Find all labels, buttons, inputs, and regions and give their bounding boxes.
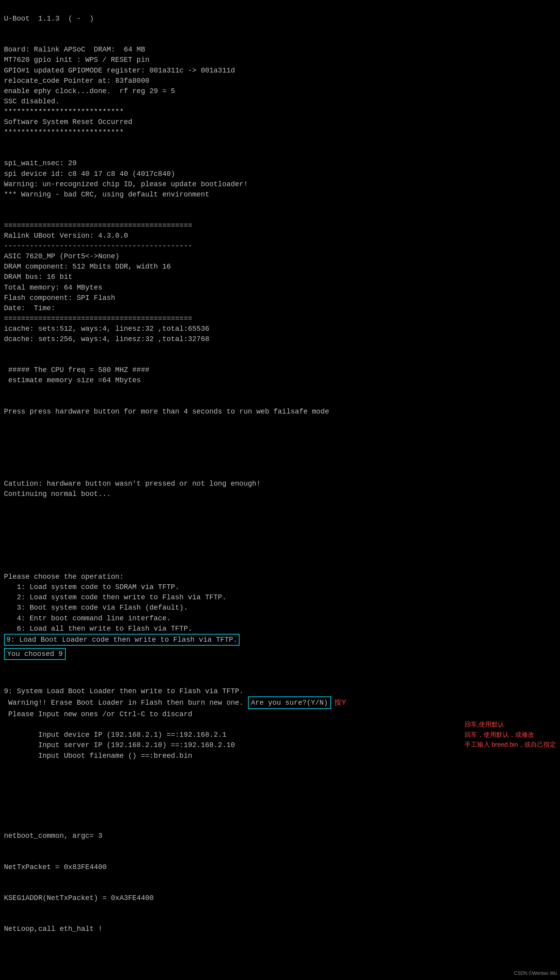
you-choosed-label: You choosed 9: [4, 648, 66, 660]
line-ssc: SSC disabled.: [4, 97, 59, 105]
line-stars2: ****************************: [4, 128, 124, 136]
line-spi-wait: spi_wait_nsec: 29: [4, 159, 77, 167]
line-uboot: U-Boot 1.1.3 ( - ): [4, 15, 94, 23]
line-dram-bus: DRAM bus: 16 bit: [4, 273, 72, 281]
input-device-ip-line: Input device IP (192.168.2.1) ==:192.168…: [4, 731, 227, 739]
line-warning-crc: *** Warning - bad CRC, using default env…: [4, 191, 209, 198]
line-warning-chip: Warning: un-recognized chip ID, please u…: [4, 180, 248, 188]
line-flash-component: Flash component: SPI Flash: [4, 294, 115, 302]
line-relocate: relocate_code Pointer at: 83fa8000: [4, 77, 149, 85]
line-cpu-freq: ##### The CPU freq = 580 MHZ ####: [4, 366, 149, 374]
line-mt7620: MT7620 gpio init : WPS / RESET pin: [4, 56, 149, 64]
post-choice-section: 9: System Load Boot Loader then write to…: [4, 676, 556, 719]
netloop-line: NetLoop,call eth_halt !: [4, 925, 102, 933]
line-date: Date: Time:: [4, 304, 55, 312]
line-dashes1: ----------------------------------------…: [4, 242, 192, 250]
line-press-hardware: Press press hardware button for more tha…: [4, 408, 329, 416]
line-op-7: 6: Load all then write to Flash via TFTP…: [4, 625, 192, 633]
input-lines-section: Input device IP (192.168.2.1) ==:192.168…: [4, 719, 556, 792]
line-ephy: enable ephy clock...done. rf reg 29 = 5: [4, 87, 175, 95]
terminal-output: U-Boot 1.1.3 ( - ) Board: Ralink APSoC D…: [4, 3, 556, 634]
input-uboot-filename-line: Input Uboot filename () ==:breed.bin: [4, 752, 192, 760]
warning-line: Warning!! Erase Boot Loader in Flash the…: [4, 699, 346, 707]
annotation-block: 回车,使用默认 回车，使用默认，或修改 手工输入 breed.bin，或自己指定: [465, 719, 556, 750]
line-estimate-memory: estimate memory size =64 Mbytes: [4, 376, 141, 384]
are-you-sure-box: Are you sure?(Y/N): [248, 696, 331, 709]
line-dcache: dcache: sets:256, ways:4, linesz:32 ,tot…: [4, 335, 209, 343]
input-server-ip-line: Input server IP (192.168.2.10) ==:192.16…: [4, 741, 235, 749]
line-board: Board: Ralink APSoC DRAM: 64 MB: [4, 46, 145, 53]
annotation-line2: 回车，使用默认，或修改: [465, 731, 534, 738]
annotation-line3: 手工输入 breed.bin，或自己指定: [465, 741, 556, 748]
line-op-1: Please choose the operation:: [4, 573, 124, 581]
section-title-line: 9: System Load Boot Loader then write to…: [4, 687, 244, 695]
line-asic: ASIC 7620_MP (Port5<->None): [4, 252, 120, 260]
kseg1addr-line: KSEG1ADDR(NetTxPacket) = 0xA3FE4400: [4, 894, 154, 902]
line-total-memory: Total memory: 64 MBytes: [4, 284, 102, 292]
line-software-reset: Software System Reset Occurred: [4, 118, 132, 126]
line-op-3: 2: Load system code then write to Flash …: [4, 593, 227, 601]
line-op-2: 1: Load system code to SDRAM via TFTP.: [4, 583, 179, 591]
you-choosed-row: You choosed 9: [4, 648, 556, 660]
netboot-section: netboot_common, argc= 3 NetTxPacket = 0x…: [4, 800, 556, 934]
press-y-annotation: 按Y: [334, 698, 346, 706]
line-stars1: ****************************: [4, 108, 124, 116]
option-9-text: 9: Load Boot Loader code then write to F…: [4, 634, 240, 646]
annotation-line1: 回车,使用默认: [465, 721, 504, 728]
please-input-line: Please Input new ones /or Ctrl-C to disc…: [4, 710, 192, 718]
line-dram-component: DRAM component: 512 Mbits DDR, width 16: [4, 263, 171, 271]
line-op-6: 4: Entr boot command line interface.: [4, 614, 171, 622]
netboot-common-line: netboot_common, argc= 3: [4, 832, 102, 840]
csdn-credit: CSDN ©Wentao Wu: [514, 970, 557, 977]
line-gpio1: GPIO#1 updated GPIOMODE register: 001a31…: [4, 67, 235, 74]
line-spi-device: spi device id: c8 40 17 c8 40 (4017c840): [4, 170, 175, 178]
line-op-4: 3: Boot system code via Flash (default).: [4, 604, 188, 612]
line-icache: icache: sets:512, ways:4, linesz:32 ,tot…: [4, 325, 209, 333]
line-equals1: ========================================…: [4, 221, 192, 229]
line-equals2: ========================================…: [4, 315, 192, 322]
line-continuing: Continuing normal boot...: [4, 490, 111, 498]
highlighted-option-row: 9: Load Boot Loader code then write to F…: [4, 634, 556, 646]
line-caution: Catution: hardware button wasn't pressed…: [4, 480, 261, 488]
nettxpacket-line: NetTxPacket = 0x83FE4400: [4, 863, 107, 871]
line-ralink-uboot: Ralink UBoot Version: 4.3.0.0: [4, 232, 128, 240]
